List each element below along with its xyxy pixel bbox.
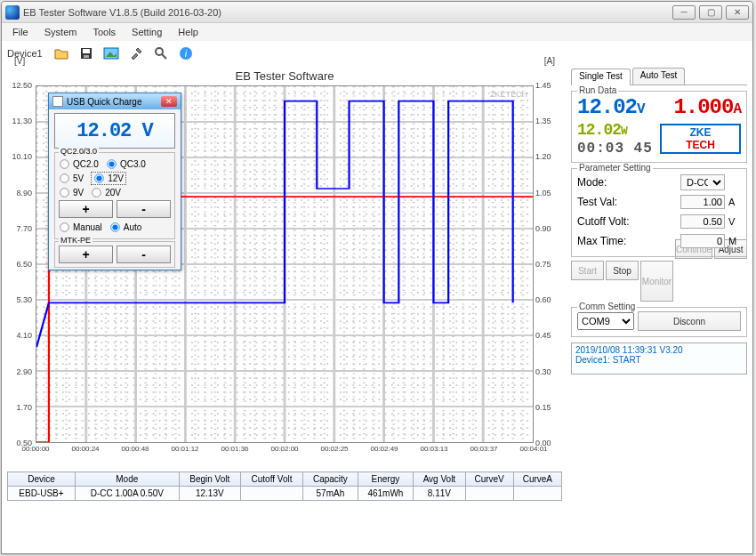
minimize-button[interactable]: ─ (672, 5, 696, 20)
disconnect-button[interactable]: Disconn (638, 311, 741, 331)
window-title: EB Tester Software V1.8.5 (Build 2016-03… (23, 7, 672, 18)
test-val-input[interactable] (680, 195, 725, 209)
chart-title: EB Tester Software (7, 69, 562, 83)
popup-title: USB Quick Charge (67, 97, 141, 107)
mtk-minus-button[interactable]: - (117, 246, 171, 263)
power-readout: 12.02 (577, 121, 621, 139)
open-icon[interactable] (52, 44, 71, 62)
qc-minus-button[interactable]: - (117, 200, 171, 218)
svg-line-6 (162, 54, 166, 59)
save-icon[interactable] (76, 44, 96, 62)
qc-plus-button[interactable]: + (59, 200, 113, 218)
tools-icon[interactable] (126, 44, 146, 62)
svg-rect-1 (83, 49, 90, 53)
test-tabs: Single Test Auto Test (571, 68, 747, 85)
toolbar: Device1 i (2, 41, 752, 66)
svg-point-5 (156, 48, 163, 55)
voltage-readout: 12.02 (577, 95, 637, 119)
popup-close-button[interactable]: ✕ (161, 96, 177, 107)
12v-radio[interactable]: 12V (91, 172, 126, 185)
menu-file[interactable]: File (5, 26, 36, 38)
auto-radio[interactable]: Auto (109, 222, 142, 233)
qc30-radio[interactable]: QC3.0 (106, 158, 146, 170)
run-data-panel: Run Data 12.02V 1.000A 12.02W ZKETECH 00… (571, 91, 747, 163)
y-left-label: [V] (14, 56, 25, 66)
tab-auto-test[interactable]: Auto Test (632, 68, 686, 85)
results-table: DeviceModeBegin VoltCutoff VoltCapacityE… (7, 471, 562, 501)
mode-select[interactable]: D-CC (680, 174, 725, 190)
menu-setting[interactable]: Setting (125, 26, 169, 38)
main-window: EB Tester Software V1.8.5 (Build 2016-03… (1, 1, 753, 554)
time-readout: 00:03 45 (577, 141, 653, 157)
y-right-label: [A] (544, 56, 555, 66)
usb-icon (52, 96, 63, 107)
manual-radio[interactable]: Manual (59, 222, 102, 233)
monitor-button[interactable]: Monitor (640, 261, 673, 302)
comm-panel: Comm Setting COM9 Disconn (571, 307, 747, 337)
start-button[interactable]: Start (571, 261, 604, 280)
qc20-radio[interactable]: QC2.0 (59, 158, 99, 170)
app-icon (5, 5, 20, 20)
watermark: ZKETECH (490, 90, 527, 99)
tab-single-test[interactable]: Single Test (571, 68, 631, 85)
5v-radio[interactable]: 5V (59, 172, 84, 185)
titlebar: EB Tester Software V1.8.5 (Build 2016-03… (2, 2, 752, 23)
mtk-plus-button[interactable]: + (59, 246, 113, 263)
stop-button[interactable]: Stop (606, 261, 639, 280)
qc-voltage-display: 12.02 V (54, 113, 175, 149)
search-icon[interactable] (151, 44, 171, 62)
image-icon[interactable] (101, 44, 121, 62)
qc-group: QC2.0/3.0 QC2.0 QC3.0 5V 12V 9V 20V + (54, 152, 175, 239)
max-time-input[interactable] (680, 234, 725, 248)
parameter-panel: Parameter Setting Mode:D-CC Test Val:A C… (571, 168, 747, 257)
9v-radio[interactable]: 9V (59, 187, 84, 198)
cutoff-volt-input[interactable] (680, 214, 725, 229)
status-log: 2019/10/08 11:39:31 V3.20 Device1: START (571, 342, 747, 375)
svg-rect-2 (84, 55, 89, 58)
menu-help[interactable]: Help (171, 26, 205, 38)
popup-titlebar[interactable]: USB Quick Charge ✕ (49, 93, 181, 109)
close-button[interactable]: ✕ (726, 5, 749, 20)
menubar: File System Tools Setting Help (2, 23, 752, 41)
current-readout: 1.000 (673, 95, 733, 119)
menu-system[interactable]: System (37, 26, 84, 38)
com-port-select[interactable]: COM9 (577, 312, 634, 330)
mtk-group: MTK-PE + - (54, 241, 175, 268)
info-icon[interactable]: i (176, 44, 196, 62)
maximize-button[interactable]: ▢ (699, 5, 722, 20)
20v-radio[interactable]: 20V (91, 187, 121, 198)
zketech-logo: ZKETECH (660, 124, 741, 154)
menu-tools[interactable]: Tools (85, 26, 123, 38)
usb-quick-charge-dialog: USB Quick Charge ✕ 12.02 V QC2.0/3.0 QC2… (48, 93, 181, 270)
